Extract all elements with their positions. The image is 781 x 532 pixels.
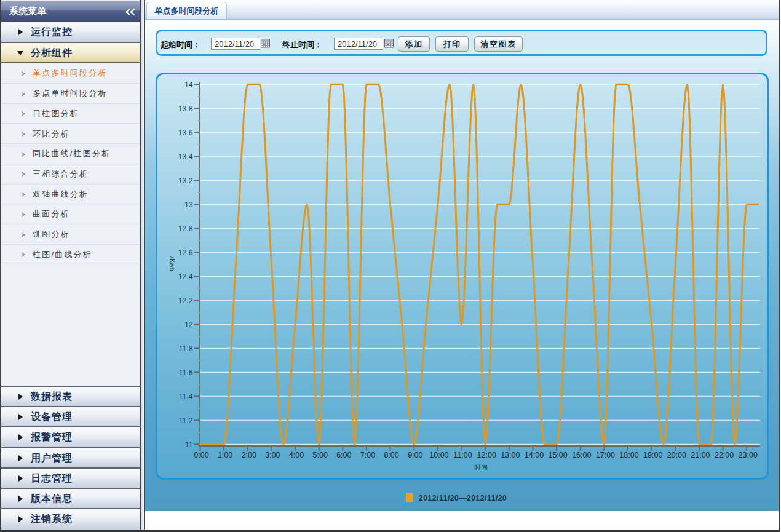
svg-text:4:00: 4:00 [289,451,304,459]
svg-text:12: 12 [184,320,193,329]
svg-text:21:00: 21:00 [691,451,710,459]
svg-text:7:00: 7:00 [360,451,375,459]
svg-text:/Kwh: /Kwh [168,256,176,271]
svg-text:时间: 时间 [474,464,488,471]
svg-text:13.8: 13.8 [178,105,193,113]
svg-text:11.4: 11.4 [179,392,193,401]
svg-text:1:00: 1:00 [218,451,232,459]
svg-text:14:00: 14:00 [525,451,544,459]
svg-text:13.6: 13.6 [178,129,193,137]
svg-text:20:00: 20:00 [667,451,686,459]
svg-text:16:00: 16:00 [572,451,591,459]
svg-text:15:00: 15:00 [548,451,567,459]
svg-text:12.6: 12.6 [178,248,193,257]
svg-text:11.6: 11.6 [179,368,193,377]
svg-text:0:00: 0:00 [194,451,208,459]
svg-text:12.8: 12.8 [178,224,193,233]
svg-text:13.4: 13.4 [178,153,193,161]
svg-text:14: 14 [184,81,193,89]
svg-text:17:00: 17:00 [596,451,615,459]
svg-text:12:00: 12:00 [477,451,496,459]
svg-text:12.4: 12.4 [178,272,193,281]
svg-text:18:00: 18:00 [619,451,638,459]
svg-text:10:00: 10:00 [429,451,448,459]
svg-text:23:00: 23:00 [739,451,758,459]
svg-text:13:00: 13:00 [501,451,520,459]
svg-text:9:00: 9:00 [408,451,422,459]
svg-text:2:00: 2:00 [242,451,256,459]
svg-text:19:00: 19:00 [643,451,662,459]
svg-text:13: 13 [184,200,193,209]
svg-text:11.2: 11.2 [179,416,193,425]
svg-text:6:00: 6:00 [336,451,351,459]
svg-text:3:00: 3:00 [265,451,280,459]
svg-text:8:00: 8:00 [384,451,398,459]
svg-text:5:00: 5:00 [313,451,328,459]
svg-text:11: 11 [185,440,193,449]
svg-text:11.8: 11.8 [179,344,193,353]
svg-text:22:00: 22:00 [715,451,734,459]
svg-text:12.2: 12.2 [178,296,193,305]
svg-text:11:00: 11:00 [453,451,472,459]
svg-text:13.2: 13.2 [178,177,193,185]
